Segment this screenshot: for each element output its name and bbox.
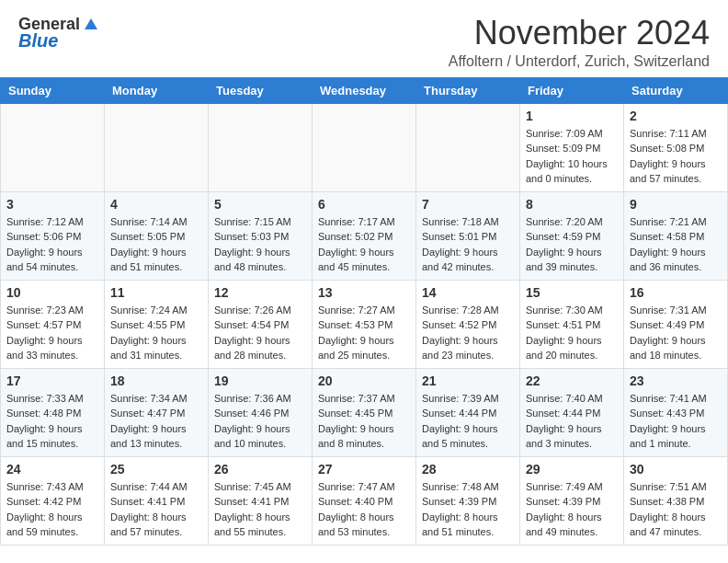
calendar-cell: 12Sunrise: 7:26 AMSunset: 4:54 PMDayligh… <box>209 280 313 368</box>
calendar-cell: 20Sunrise: 7:37 AMSunset: 4:45 PMDayligh… <box>313 368 416 456</box>
day-info: Sunrise: 7:11 AMSunset: 5:08 PMDaylight:… <box>630 126 722 187</box>
day-info: Sunrise: 7:23 AMSunset: 4:57 PMDaylight:… <box>6 303 98 363</box>
day-number: 5 <box>214 197 306 212</box>
logo: General Blue <box>18 15 100 52</box>
calendar-cell: 24Sunrise: 7:43 AMSunset: 4:42 PMDayligh… <box>1 456 105 545</box>
page-header: General Blue November 2024 Affoltern / U… <box>0 0 728 77</box>
svg-marker-0 <box>85 18 97 29</box>
calendar-header-row: SundayMondayTuesdayWednesdayThursdayFrid… <box>1 77 728 103</box>
day-info: Sunrise: 7:14 AMSunset: 5:05 PMDaylight:… <box>110 214 202 275</box>
calendar-cell: 14Sunrise: 7:28 AMSunset: 4:52 PMDayligh… <box>416 280 520 368</box>
day-number: 19 <box>214 373 306 388</box>
calendar-week-5: 24Sunrise: 7:43 AMSunset: 4:42 PMDayligh… <box>1 456 728 545</box>
calendar-week-4: 17Sunrise: 7:33 AMSunset: 4:48 PMDayligh… <box>1 368 728 456</box>
day-info: Sunrise: 7:18 AMSunset: 5:01 PMDaylight:… <box>422 214 514 275</box>
calendar-cell: 21Sunrise: 7:39 AMSunset: 4:44 PMDayligh… <box>416 368 520 456</box>
day-info: Sunrise: 7:47 AMSunset: 4:40 PMDaylight:… <box>318 479 410 540</box>
day-info: Sunrise: 7:26 AMSunset: 4:54 PMDaylight:… <box>214 303 306 363</box>
location-subtitle: Affoltern / Unterdorf, Zurich, Switzerla… <box>449 53 710 70</box>
day-number: 22 <box>526 373 618 388</box>
calendar-week-2: 3Sunrise: 7:12 AMSunset: 5:06 PMDaylight… <box>1 191 728 280</box>
day-number: 9 <box>630 197 722 212</box>
day-info: Sunrise: 7:27 AMSunset: 4:53 PMDaylight:… <box>318 303 410 363</box>
day-info: Sunrise: 7:09 AMSunset: 5:09 PMDaylight:… <box>526 126 618 187</box>
header-tuesday: Tuesday <box>209 77 313 103</box>
calendar-cell: 29Sunrise: 7:49 AMSunset: 4:39 PMDayligh… <box>520 456 624 545</box>
calendar-week-3: 10Sunrise: 7:23 AMSunset: 4:57 PMDayligh… <box>1 280 728 368</box>
calendar-cell: 16Sunrise: 7:31 AMSunset: 4:49 PMDayligh… <box>624 280 728 368</box>
day-number: 2 <box>630 109 722 123</box>
day-info: Sunrise: 7:41 AMSunset: 4:43 PMDaylight:… <box>630 391 722 452</box>
calendar-week-1: 1Sunrise: 7:09 AMSunset: 5:09 PMDaylight… <box>1 103 728 191</box>
day-info: Sunrise: 7:20 AMSunset: 4:59 PMDaylight:… <box>526 214 618 275</box>
day-number: 12 <box>214 285 306 300</box>
day-number: 24 <box>6 462 98 477</box>
calendar-cell: 27Sunrise: 7:47 AMSunset: 4:40 PMDayligh… <box>313 456 416 545</box>
header-wednesday: Wednesday <box>313 77 416 103</box>
day-info: Sunrise: 7:39 AMSunset: 4:44 PMDaylight:… <box>422 391 514 452</box>
day-number: 1 <box>526 109 618 123</box>
day-number: 13 <box>318 285 410 300</box>
header-monday: Monday <box>105 77 209 103</box>
calendar-cell <box>1 103 105 191</box>
header-thursday: Thursday <box>416 77 520 103</box>
calendar-cell <box>105 103 209 191</box>
day-number: 27 <box>318 462 410 477</box>
day-number: 21 <box>422 373 514 388</box>
day-info: Sunrise: 7:21 AMSunset: 4:58 PMDaylight:… <box>630 214 722 275</box>
day-info: Sunrise: 7:43 AMSunset: 4:42 PMDaylight:… <box>6 479 98 540</box>
calendar-cell <box>209 103 313 191</box>
calendar-cell: 7Sunrise: 7:18 AMSunset: 5:01 PMDaylight… <box>416 191 520 280</box>
day-number: 16 <box>630 285 722 300</box>
day-info: Sunrise: 7:24 AMSunset: 4:55 PMDaylight:… <box>110 303 202 363</box>
calendar-cell: 6Sunrise: 7:17 AMSunset: 5:02 PMDaylight… <box>313 191 416 280</box>
day-number: 23 <box>630 373 722 388</box>
day-info: Sunrise: 7:51 AMSunset: 4:38 PMDaylight:… <box>630 479 722 540</box>
day-info: Sunrise: 7:30 AMSunset: 4:51 PMDaylight:… <box>526 303 618 363</box>
calendar-cell: 2Sunrise: 7:11 AMSunset: 5:08 PMDaylight… <box>624 103 728 191</box>
day-info: Sunrise: 7:37 AMSunset: 4:45 PMDaylight:… <box>318 391 410 452</box>
day-info: Sunrise: 7:49 AMSunset: 4:39 PMDaylight:… <box>526 479 618 540</box>
calendar-cell: 5Sunrise: 7:15 AMSunset: 5:03 PMDaylight… <box>209 191 313 280</box>
calendar-cell: 17Sunrise: 7:33 AMSunset: 4:48 PMDayligh… <box>1 368 105 456</box>
calendar-cell: 4Sunrise: 7:14 AMSunset: 5:05 PMDaylight… <box>105 191 209 280</box>
day-info: Sunrise: 7:17 AMSunset: 5:02 PMDaylight:… <box>318 214 410 275</box>
day-number: 14 <box>422 285 514 300</box>
calendar-cell: 19Sunrise: 7:36 AMSunset: 4:46 PMDayligh… <box>209 368 313 456</box>
calendar-cell: 23Sunrise: 7:41 AMSunset: 4:43 PMDayligh… <box>624 368 728 456</box>
day-number: 17 <box>6 373 98 388</box>
day-number: 30 <box>630 462 722 477</box>
day-number: 8 <box>526 197 618 212</box>
day-info: Sunrise: 7:48 AMSunset: 4:39 PMDaylight:… <box>422 479 514 540</box>
calendar-cell: 13Sunrise: 7:27 AMSunset: 4:53 PMDayligh… <box>313 280 416 368</box>
day-number: 4 <box>110 197 202 212</box>
day-number: 15 <box>526 285 618 300</box>
calendar-cell: 25Sunrise: 7:44 AMSunset: 4:41 PMDayligh… <box>105 456 209 545</box>
day-info: Sunrise: 7:33 AMSunset: 4:48 PMDaylight:… <box>6 391 98 452</box>
day-info: Sunrise: 7:28 AMSunset: 4:52 PMDaylight:… <box>422 303 514 363</box>
day-info: Sunrise: 7:31 AMSunset: 4:49 PMDaylight:… <box>630 303 722 363</box>
calendar-cell: 18Sunrise: 7:34 AMSunset: 4:47 PMDayligh… <box>105 368 209 456</box>
header-friday: Friday <box>520 77 624 103</box>
day-number: 11 <box>110 285 202 300</box>
day-number: 10 <box>6 285 98 300</box>
calendar-cell <box>313 103 416 191</box>
month-title: November 2024 <box>449 15 710 52</box>
calendar-cell: 3Sunrise: 7:12 AMSunset: 5:06 PMDaylight… <box>1 191 105 280</box>
day-info: Sunrise: 7:15 AMSunset: 5:03 PMDaylight:… <box>214 214 306 275</box>
header-sunday: Sunday <box>1 77 105 103</box>
calendar-cell: 10Sunrise: 7:23 AMSunset: 4:57 PMDayligh… <box>1 280 105 368</box>
day-info: Sunrise: 7:36 AMSunset: 4:46 PMDaylight:… <box>214 391 306 452</box>
day-info: Sunrise: 7:40 AMSunset: 4:44 PMDaylight:… <box>526 391 618 452</box>
day-number: 28 <box>422 462 514 477</box>
day-number: 6 <box>318 197 410 212</box>
calendar-cell: 22Sunrise: 7:40 AMSunset: 4:44 PMDayligh… <box>520 368 624 456</box>
day-info: Sunrise: 7:45 AMSunset: 4:41 PMDaylight:… <box>214 479 306 540</box>
calendar-cell: 1Sunrise: 7:09 AMSunset: 5:09 PMDaylight… <box>520 103 624 191</box>
calendar-cell: 9Sunrise: 7:21 AMSunset: 4:58 PMDaylight… <box>624 191 728 280</box>
day-number: 3 <box>6 197 98 212</box>
calendar-cell: 11Sunrise: 7:24 AMSunset: 4:55 PMDayligh… <box>105 280 209 368</box>
calendar-cell: 15Sunrise: 7:30 AMSunset: 4:51 PMDayligh… <box>520 280 624 368</box>
calendar-cell: 26Sunrise: 7:45 AMSunset: 4:41 PMDayligh… <box>209 456 313 545</box>
day-number: 26 <box>214 462 306 477</box>
